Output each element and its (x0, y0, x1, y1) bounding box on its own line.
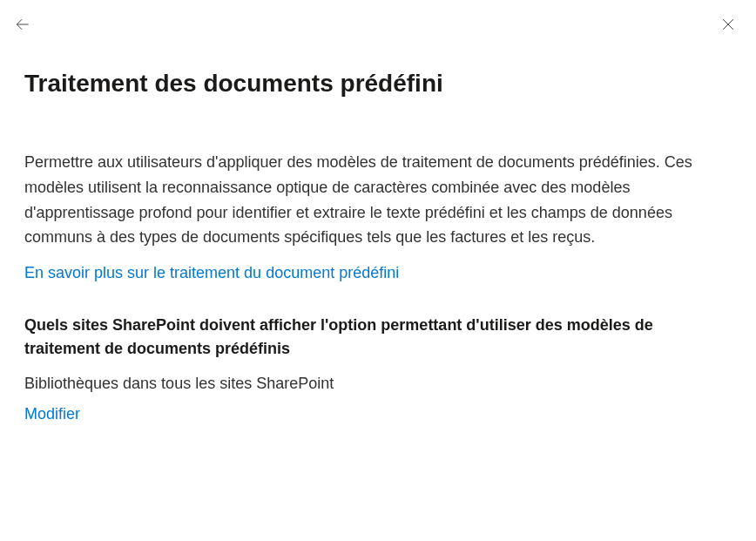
close-icon (719, 16, 737, 33)
edit-link[interactable]: Modifier (24, 405, 80, 423)
arrow-left-icon (14, 16, 31, 33)
learn-more-link[interactable]: En savoir plus sur le traitement du docu… (24, 264, 399, 282)
sites-subheading: Quels sites SharePoint doivent afficher … (24, 314, 732, 361)
setting-value: Bibliothèques dans tous les sites ShareP… (24, 375, 732, 393)
page-title: Traitement des documents prédéfini (24, 70, 732, 98)
close-button[interactable] (718, 14, 739, 35)
description-text: Permettre aux utilisateurs d'appliquer d… (24, 150, 732, 250)
back-button[interactable] (12, 14, 33, 35)
